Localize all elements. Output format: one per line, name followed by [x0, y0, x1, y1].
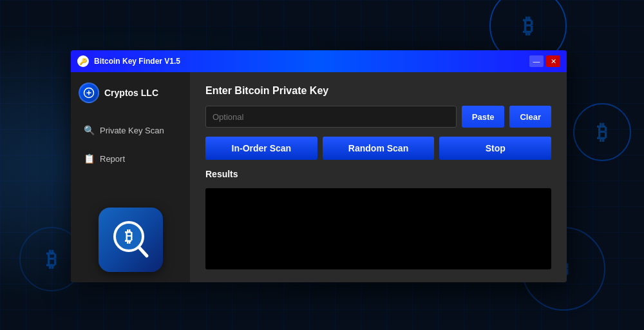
- sidebar: Cryptos LLC 🔍 Private Key Scan 📋 Report …: [71, 72, 190, 282]
- random-scan-button[interactable]: Random Scan: [323, 137, 435, 160]
- sidebar-item-label-scan: Private Key Scan: [100, 126, 164, 135]
- brand-icon: [79, 82, 99, 103]
- svg-line-3: [139, 248, 147, 256]
- app-logo: ₿: [99, 208, 163, 272]
- stop-button[interactable]: Stop: [439, 137, 551, 160]
- svg-text:₿: ₿: [125, 228, 133, 245]
- minimize-button[interactable]: —: [529, 55, 544, 67]
- window-body: Cryptos LLC 🔍 Private Key Scan 📋 Report …: [71, 72, 567, 282]
- app-logo-inner: ₿: [108, 217, 153, 262]
- titlebar-title: Bitcoin Key Finder V1.5: [94, 57, 524, 66]
- report-icon: 📋: [84, 153, 95, 164]
- bg-circle-2: ₿: [573, 103, 631, 161]
- titlebar-icon: 🔑: [77, 55, 89, 67]
- main-window: 🔑 Bitcoin Key Finder V1.5 — ✕ Cryptos LL…: [71, 50, 567, 282]
- titlebar-controls: — ✕: [529, 55, 560, 67]
- in-order-scan-button[interactable]: In-Order Scan: [205, 137, 317, 160]
- clear-button[interactable]: Clear: [509, 106, 551, 128]
- titlebar: 🔑 Bitcoin Key Finder V1.5 — ✕: [71, 50, 567, 72]
- action-row: In-Order Scan Random Scan Stop: [205, 137, 551, 160]
- results-title: Results: [205, 169, 551, 179]
- results-area: [205, 188, 551, 269]
- section-title: Enter Bitcoin Private Key: [205, 85, 551, 97]
- sidebar-item-label-report: Report: [100, 154, 125, 164]
- private-key-input[interactable]: [205, 106, 457, 128]
- main-content: Enter Bitcoin Private Key Paste Clear In…: [190, 72, 567, 282]
- brand-name: Cryptos LLC: [104, 88, 158, 98]
- close-button[interactable]: ✕: [546, 55, 560, 67]
- input-row: Paste Clear: [205, 106, 551, 128]
- sidebar-item-report[interactable]: 📋 Report: [79, 150, 182, 168]
- sidebar-item-private-key-scan[interactable]: 🔍 Private Key Scan: [79, 121, 182, 139]
- paste-button[interactable]: Paste: [462, 106, 505, 128]
- search-icon: 🔍: [84, 125, 95, 135]
- brand: Cryptos LLC: [79, 82, 182, 111]
